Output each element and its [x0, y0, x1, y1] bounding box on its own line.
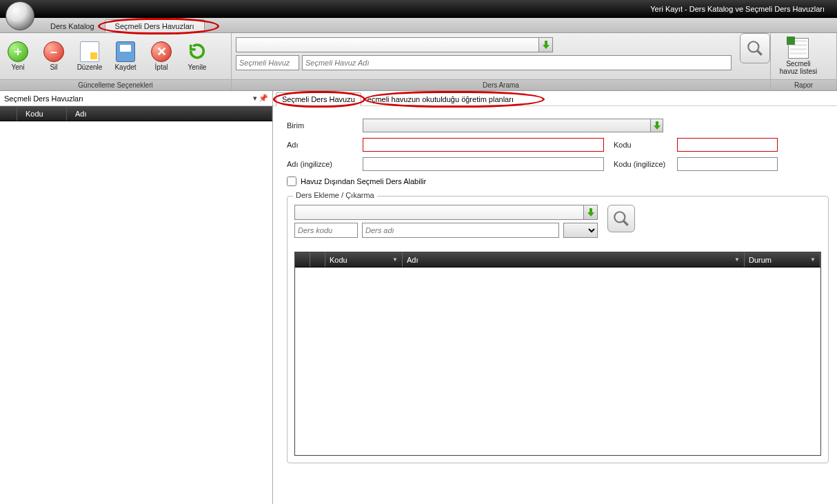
search-icon [612, 210, 630, 228]
edit-button[interactable]: Düzenle [72, 35, 108, 78]
birim-dropdown-button[interactable] [650, 119, 663, 132]
tab-ogretim-planlari[interactable]: eçmeli havuzun okutulduğu öğretim planla… [361, 92, 520, 105]
tab-secmeli-ders-havuzu[interactable]: Seçmeli Ders Havuzu [276, 92, 361, 106]
kodu-input[interactable] [677, 138, 778, 152]
left-panel-title: Seçmeli Ders Havuzları [4, 94, 83, 103]
kodu-en-input[interactable] [677, 157, 778, 171]
birim-combo[interactable] [363, 119, 663, 132]
course-code-input[interactable] [294, 223, 358, 238]
tab-ders-katalog[interactable]: Ders Katalog [40, 19, 105, 32]
filter-icon[interactable]: ▼ [734, 256, 740, 263]
label-adi: Adı [287, 141, 359, 149]
adi-en-input[interactable] [363, 157, 604, 171]
cancel-icon: ✕ [151, 41, 172, 62]
ribbon-group-label-report: Rapor [771, 79, 836, 90]
course-grid: Kodu▼ Adı▼ Durum▼ [294, 252, 821, 456]
pool-search-dropdown-button[interactable] [539, 37, 553, 52]
left-panel: Seçmeli Ders Havuzları ▾ 📌 Kodu Adı [0, 91, 273, 504]
filter-icon[interactable]: ▼ [392, 256, 398, 263]
filter-icon[interactable]: ▼ [810, 256, 816, 263]
arrow-down-icon [587, 208, 594, 216]
save-button[interactable]: Kaydet [108, 35, 143, 78]
plus-icon: + [8, 41, 28, 62]
tab-secmeli-ders-havuzlari[interactable]: Seçmeli Ders Havuzları [105, 19, 205, 32]
arrow-down-icon [543, 41, 549, 49]
column-course-kodu[interactable]: Kodu▼ [325, 252, 403, 267]
report-button[interactable]: Secmeli havuz listesi [771, 35, 826, 78]
course-search-combo[interactable] [294, 205, 584, 220]
pool-code-input[interactable] [236, 55, 299, 70]
delete-button[interactable]: – Sil [36, 35, 72, 78]
panel-dropdown-icon[interactable]: ▾ [253, 94, 257, 103]
label-birim: Birim [287, 121, 359, 130]
column-course-adi[interactable]: Adı▼ [403, 252, 745, 267]
left-grid-body [0, 121, 272, 504]
new-button[interactable]: + Yeni [0, 35, 36, 78]
course-name-input[interactable] [362, 223, 559, 238]
save-icon [116, 41, 135, 62]
pool-name-input[interactable] [302, 55, 732, 70]
label-adi-en: Adı (ingilizce) [287, 160, 359, 168]
module-tabstrip: Ders Katalog Seçmeli Ders Havuzları [0, 18, 837, 33]
refresh-icon [188, 41, 207, 62]
course-search-dropdown-button[interactable] [584, 205, 598, 220]
window-title: Yeri Kayıt - Ders Katalog ve Seçmeli Der… [650, 5, 825, 13]
label-kodu-en: Kodu (ingilizce) [608, 160, 673, 168]
edit-icon [80, 41, 99, 62]
column-adi[interactable]: Adı [67, 106, 272, 121]
svg-point-0 [748, 41, 758, 52]
app-menu-button[interactable] [6, 1, 34, 30]
svg-point-1 [614, 212, 625, 222]
pool-search-combo[interactable] [236, 37, 539, 52]
adi-input[interactable] [363, 138, 604, 152]
cancel-button[interactable]: ✕ İptal [143, 35, 179, 78]
havuz-disindan-label: Havuz Dışından Seçmeli Ders Alabilir [301, 177, 426, 185]
column-kodu[interactable]: Kodu [17, 106, 67, 121]
search-button[interactable] [740, 33, 770, 63]
course-search-button[interactable] [607, 205, 635, 232]
ribbon-group-label-update: Güncelleme Seçenekleri [0, 79, 231, 90]
ders-ekleme-fieldset: Ders Ekleme / Çıkarma [287, 196, 829, 463]
fieldset-legend: Ders Ekleme / Çıkarma [293, 191, 377, 199]
search-icon [746, 39, 764, 57]
column-course-durum[interactable]: Durum▼ [745, 252, 820, 267]
ribbon-group-label-search: Ders Arama [232, 79, 770, 90]
label-kodu: Kodu [608, 141, 673, 149]
panel-pin-icon[interactable]: 📌 [259, 94, 268, 103]
left-grid-header: Kodu Adı [0, 106, 272, 121]
report-icon [788, 38, 809, 59]
ribbon: + Yeni – Sil Düzenle Kaydet ✕ İptal [0, 33, 837, 91]
minus-icon: – [43, 41, 64, 62]
course-status-select[interactable] [563, 223, 598, 238]
arrow-down-icon [654, 121, 660, 130]
havuz-disindan-checkbox[interactable] [287, 177, 296, 186]
refresh-button[interactable]: Yenile [179, 35, 215, 78]
